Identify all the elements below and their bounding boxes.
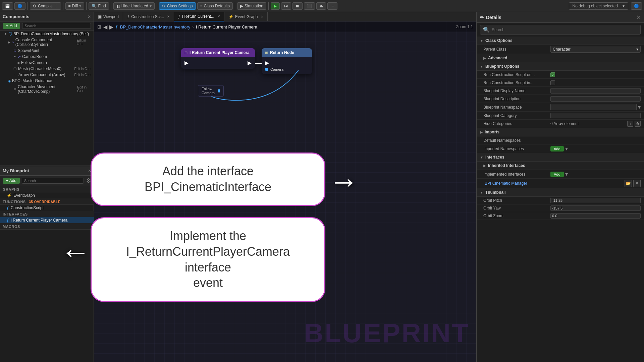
interface-return-camera-item[interactable]: ƒ I Return Current Player Camera — [0, 217, 94, 223]
hide-categories-btns: + 🗑 — [627, 121, 641, 127]
cameraboom-icon: ↗ — [18, 55, 21, 59]
bpc-icon: ◈ — [8, 79, 11, 83]
more-button[interactable]: ⋯ — [327, 2, 337, 10]
hide-unrelated-button[interactable]: ◧ Hide Unrelated ▾ — [113, 2, 155, 10]
components-add-button[interactable]: + Add — [3, 23, 20, 29]
construction-tab-close[interactable]: ✕ — [167, 15, 170, 18]
compile-button[interactable]: ⚙ Compile ⋮ — [30, 2, 61, 10]
event-graph-label: EventGraph — [13, 193, 35, 198]
debug-chevron: ▾ — [623, 4, 625, 8]
charmove-edit-cpp[interactable]: Edit in C++ — [77, 85, 91, 93]
return-exec-in: ▶ — [265, 60, 269, 66]
thumbnail-section[interactable]: ▼ Thumbnail — [477, 188, 644, 197]
details-search-input[interactable] — [492, 27, 638, 32]
step-button[interactable]: ⏭ — [281, 2, 291, 10]
blueprint-panel-title: My Blueprint — [3, 168, 29, 173]
eject-button[interactable]: ⏏ — [316, 2, 326, 10]
category-input[interactable] — [550, 113, 641, 118]
namespace-chevron[interactable]: ▾ — [638, 104, 641, 110]
function-tab-close[interactable]: ✕ — [217, 14, 220, 18]
grid-icon[interactable]: ⊞ — [97, 24, 101, 29]
construction-script-item[interactable]: ƒ ConstructionScript — [0, 205, 94, 211]
orbit-yaw-input[interactable] — [550, 205, 641, 211]
class-defaults-label: Class Defaults — [204, 4, 230, 8]
bubble1-line1: Add the interface — [105, 164, 311, 179]
hide-categories-del-btn[interactable]: 🗑 — [635, 121, 641, 127]
breadcrumb-class[interactable]: BP_DemoCharacterMasterInventory — [120, 24, 191, 29]
diff-button[interactable]: ≠ Diff ▾ — [65, 2, 84, 10]
category-label: Blueprint Category — [483, 113, 550, 118]
construction-tab[interactable]: ƒ Construction Scr... ✕ — [123, 12, 174, 21]
follow-camera-pin[interactable]: Follow Camera — [198, 85, 224, 97]
arrow-edit-cpp[interactable]: Edit in C++ — [74, 73, 91, 77]
imported-namespaces-add[interactable]: Add — [550, 146, 564, 152]
debug-object-select[interactable]: No debug object selected ▾ — [569, 2, 628, 10]
return-node[interactable]: ⊞ Return Node ▶ Camera — [262, 48, 312, 74]
details-close[interactable]: ✕ — [636, 14, 641, 20]
blueprint-panel-header: My Blueprint ✕ — [0, 166, 94, 176]
class-defaults-button[interactable]: ≡ Class Defaults — [197, 2, 233, 10]
run-in-checkbox[interactable] — [550, 80, 555, 85]
hide-categories-add-btn[interactable]: + — [627, 121, 633, 127]
advanced-row[interactable]: ▶ Advanced — [477, 54, 644, 62]
capsule-edit-cpp[interactable]: Edit in C++ — [77, 39, 91, 46]
run-on-checkbox[interactable]: ✓ — [550, 72, 555, 77]
stop-button[interactable]: ⬛ — [304, 2, 315, 10]
hide-categories-row: Hide Categories 0 Array element + 🗑 — [477, 120, 644, 128]
tree-item-arrow[interactable]: → Arrow Component (Arrow) Edit in C++ — [0, 72, 94, 78]
imports-section[interactable]: ▶ Imports — [477, 128, 644, 136]
iface-open-btn[interactable]: 📂 — [625, 180, 632, 187]
description-input[interactable] — [550, 96, 641, 102]
tree-item-spawnpoint[interactable]: ⊕ SpawnPoint — [0, 48, 94, 54]
imported-namespaces-chevron[interactable]: ▾ — [565, 145, 568, 152]
parent-class-select[interactable]: Character ▾ — [550, 46, 641, 53]
sep5 — [157, 2, 157, 10]
class-settings-button[interactable]: ⚙ Class Settings — [159, 2, 196, 10]
interfaces-section[interactable]: ▼ Interfaces — [477, 153, 644, 162]
namespace-input[interactable] — [550, 104, 637, 110]
breadcrumb-bar: ⊞ ◀ ▶ ƒ BP_DemoCharacterMasterInventory … — [94, 21, 476, 32]
spawnpoint-label: SpawnPoint — [18, 48, 39, 53]
simulation-button[interactable]: ▶ Simulation — [237, 2, 266, 10]
function-tab[interactable]: ƒ I Return Current... ✕ — [174, 12, 224, 21]
find-button[interactable]: 🔍 Find — [89, 2, 109, 10]
iface-delete-btn[interactable]: ✕ — [633, 180, 641, 187]
display-name-input[interactable] — [550, 88, 641, 94]
return-camera-node[interactable]: ⊞ I Return Current Player Camera ▶ ▶ — [181, 48, 255, 69]
tree-item-mesh[interactable]: ⬡ Mesh (CharacterMesh0) Edit in C++ — [0, 66, 94, 72]
browse-button[interactable]: 🔵 — [14, 2, 25, 10]
tree-item-root[interactable]: ▼ ⬡ BP_DemoCharacterMasterInventory (Sel… — [0, 31, 94, 37]
tree-item-bpc[interactable]: ◈ BPC_MasterGuidance — [0, 78, 94, 84]
inherited-interfaces-row[interactable]: ▶ Inherited Interfaces — [477, 162, 644, 170]
components-search-input[interactable] — [22, 23, 91, 29]
compile-chevron: ⋮ — [54, 4, 58, 8]
nav-forward[interactable]: ▶ — [109, 24, 113, 30]
nav-back[interactable]: ◀ — [103, 24, 107, 30]
debug-object-label: No debug object selected — [573, 4, 618, 8]
orbit-pitch-input[interactable] — [550, 198, 641, 203]
function-breadcrumb-icon: ƒ — [115, 24, 118, 29]
event-graph-item[interactable]: ⚡ EventGraph — [0, 192, 94, 198]
play-button[interactable]: ▶ — [271, 2, 280, 10]
implemented-add-btn[interactable]: Add — [550, 172, 564, 177]
viewport-tab[interactable]: ▣ Viewport — [94, 12, 123, 21]
tree-item-cameraboom[interactable]: ▼ ↗ CameraBoom — [0, 54, 94, 60]
tree-item-followcamera[interactable]: ■ FollowCamera — [0, 60, 94, 66]
blueprint-options-section[interactable]: ▼ Blueprint Options — [477, 62, 644, 71]
orbit-zoom-input[interactable] — [550, 213, 641, 219]
pause-button[interactable]: ⏹ — [292, 2, 303, 10]
event-graph-tab-close[interactable]: ✕ — [261, 15, 263, 18]
blueprint-search-input[interactable] — [22, 178, 84, 184]
save-button[interactable]: 💾 — [2, 2, 13, 10]
event-graph-tab[interactable]: ⚡ Event Graph ✕ — [224, 12, 268, 21]
tree-item-charmove[interactable]: ≋ Character Movement (CharMoveComp) Edit… — [0, 84, 94, 95]
bpi-cinematic-item: BPI Cinematic Manager 📂 ✕ — [477, 179, 644, 188]
debug-browse-button[interactable]: 🔵 — [631, 2, 642, 10]
mesh-edit-cpp[interactable]: Edit in C++ — [74, 67, 91, 71]
blueprint-add-button[interactable]: + Add — [3, 178, 20, 184]
camera-label: Camera — [270, 67, 283, 71]
class-options-section[interactable]: ▼ Class Options — [477, 37, 644, 45]
implemented-chevron[interactable]: ▾ — [565, 171, 568, 177]
components-panel-close[interactable]: ✕ — [88, 14, 91, 19]
tree-item-capsule[interactable]: ▶ ○ Capsule Component (CollisionCylinder… — [0, 37, 94, 48]
